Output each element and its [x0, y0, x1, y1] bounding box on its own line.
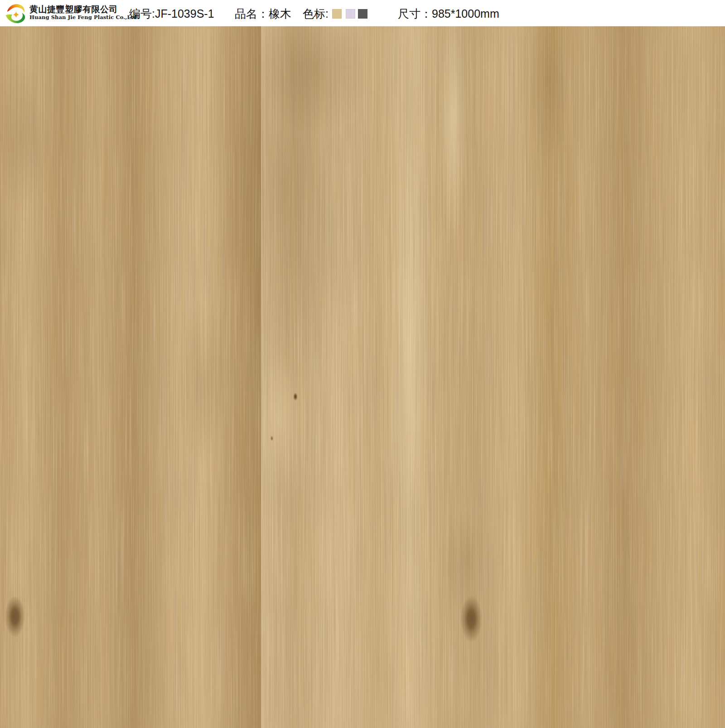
- product-size-field: 尺寸：985*1000mm: [398, 7, 499, 20]
- color-standard-field: 色标:: [303, 7, 367, 20]
- product-code-field: 编号:JF-1039S-1: [129, 7, 214, 20]
- product-name-value: 橡木: [269, 7, 291, 20]
- header-bar: 黄山捷豐塑膠有限公司 Huang Shan Jie Feng Plastic C…: [0, 0, 725, 26]
- color-swatch-tan: [332, 9, 342, 19]
- color-swatch-darkgray: [358, 9, 367, 19]
- wood-sample-image: [0, 26, 725, 728]
- color-swatch-lavender: [346, 9, 355, 19]
- product-size-value: 985*1000mm: [432, 7, 499, 20]
- product-name-label: 品名：: [235, 7, 269, 20]
- product-name-field: 品名：橡木: [235, 7, 291, 20]
- product-code-label: 编号:: [129, 7, 155, 20]
- company-name: 黄山捷豐塑膠有限公司 Huang Shan Jie Feng Plastic C…: [29, 5, 139, 20]
- company-name-en: Huang Shan Jie Feng Plastic Co.,Ltd.: [29, 15, 139, 20]
- brand: 黄山捷豐塑膠有限公司 Huang Shan Jie Feng Plastic C…: [5, 1, 139, 24]
- product-size-label: 尺寸：: [398, 7, 432, 20]
- product-code-value: JF-1039S-1: [155, 7, 214, 20]
- color-standard-label: 色标:: [303, 7, 329, 20]
- company-logo-icon: [5, 1, 26, 24]
- company-name-zh: 黄山捷豐塑膠有限公司: [29, 5, 139, 14]
